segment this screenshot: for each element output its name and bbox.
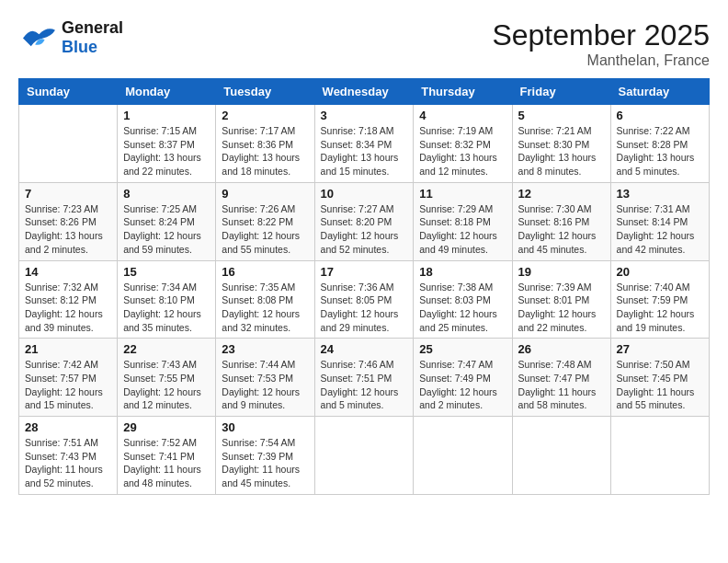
day-info: Sunrise: 7:34 AMSunset: 8:10 PMDaylight:… — [123, 281, 210, 335]
day-number: 7 — [25, 187, 111, 201]
day-number: 4 — [419, 109, 506, 122]
day-number: 17 — [321, 265, 408, 279]
calendar-cell: 14Sunrise: 7:32 AMSunset: 8:12 PMDayligh… — [19, 260, 118, 339]
day-info: Sunrise: 7:27 AMSunset: 8:20 PMDaylight:… — [321, 202, 408, 257]
day-info: Sunrise: 7:19 AMSunset: 8:32 PMDaylight:… — [419, 124, 506, 178]
weekday-header: Saturday — [610, 79, 709, 105]
day-number: 15 — [123, 265, 210, 279]
calendar-cell: 23Sunrise: 7:44 AMSunset: 7:53 PMDayligh… — [216, 339, 314, 417]
month-title: September 2025 — [492, 18, 710, 52]
logo-text-general: General — [62, 18, 123, 38]
calendar-cell: 7Sunrise: 7:23 AMSunset: 8:26 PMDaylight… — [19, 182, 118, 260]
calendar-cell: 8Sunrise: 7:25 AMSunset: 8:24 PMDaylight… — [118, 182, 216, 260]
calendar-cell: 19Sunrise: 7:39 AMSunset: 8:01 PMDayligh… — [512, 260, 610, 339]
weekday-header: Wednesday — [314, 79, 414, 105]
day-info: Sunrise: 7:25 AMSunset: 8:24 PMDaylight:… — [123, 202, 210, 257]
weekday-header: Sunday — [19, 79, 118, 105]
weekday-header: Friday — [512, 79, 610, 105]
day-number: 25 — [419, 342, 506, 356]
calendar-cell: 22Sunrise: 7:43 AMSunset: 7:55 PMDayligh… — [118, 339, 216, 417]
day-info: Sunrise: 7:30 AMSunset: 8:16 PMDaylight:… — [518, 202, 605, 257]
day-number: 23 — [222, 342, 308, 356]
day-number: 14 — [25, 265, 111, 279]
calendar-header-row: SundayMondayTuesdayWednesdayThursdayFrid… — [19, 79, 710, 105]
day-number: 29 — [123, 420, 210, 434]
calendar-cell: 21Sunrise: 7:42 AMSunset: 7:57 PMDayligh… — [19, 339, 118, 417]
weekday-header: Tuesday — [216, 79, 314, 105]
calendar-cell: 4Sunrise: 7:19 AMSunset: 8:32 PMDaylight… — [414, 105, 512, 183]
calendar-cell — [610, 417, 709, 495]
calendar-cell: 30Sunrise: 7:54 AMSunset: 7:39 PMDayligh… — [216, 417, 314, 495]
day-number: 3 — [321, 109, 408, 122]
calendar-week-row: 14Sunrise: 7:32 AMSunset: 8:12 PMDayligh… — [19, 260, 710, 339]
calendar-cell: 27Sunrise: 7:50 AMSunset: 7:45 PMDayligh… — [610, 339, 709, 417]
calendar-week-row: 21Sunrise: 7:42 AMSunset: 7:57 PMDayligh… — [19, 339, 710, 417]
day-number: 8 — [123, 187, 210, 201]
day-number: 10 — [321, 187, 408, 201]
day-info: Sunrise: 7:50 AMSunset: 7:45 PMDaylight:… — [617, 358, 703, 412]
calendar-cell: 3Sunrise: 7:18 AMSunset: 8:34 PMDaylight… — [314, 105, 414, 183]
day-info: Sunrise: 7:51 AMSunset: 7:43 PMDaylight:… — [25, 436, 111, 490]
title-block: September 2025 Manthelan, France — [492, 18, 710, 69]
logo-icon — [18, 22, 60, 54]
day-info: Sunrise: 7:22 AMSunset: 8:28 PMDaylight:… — [617, 124, 703, 178]
day-info: Sunrise: 7:15 AMSunset: 8:37 PMDaylight:… — [123, 124, 210, 178]
day-info: Sunrise: 7:54 AMSunset: 7:39 PMDaylight:… — [222, 436, 308, 490]
day-number: 19 — [518, 265, 605, 279]
day-info: Sunrise: 7:21 AMSunset: 8:30 PMDaylight:… — [518, 124, 605, 178]
calendar-cell — [19, 105, 118, 183]
day-number: 20 — [617, 265, 703, 279]
day-number: 27 — [617, 342, 703, 356]
day-info: Sunrise: 7:29 AMSunset: 8:18 PMDaylight:… — [419, 202, 506, 257]
calendar-cell: 5Sunrise: 7:21 AMSunset: 8:30 PMDaylight… — [512, 105, 610, 183]
calendar-cell: 9Sunrise: 7:26 AMSunset: 8:22 PMDaylight… — [216, 182, 314, 260]
calendar-cell: 11Sunrise: 7:29 AMSunset: 8:18 PMDayligh… — [414, 182, 512, 260]
calendar-cell: 12Sunrise: 7:30 AMSunset: 8:16 PMDayligh… — [512, 182, 610, 260]
calendar-cell: 1Sunrise: 7:15 AMSunset: 8:37 PMDaylight… — [118, 105, 216, 183]
calendar-week-row: 1Sunrise: 7:15 AMSunset: 8:37 PMDaylight… — [19, 105, 710, 183]
calendar-cell: 13Sunrise: 7:31 AMSunset: 8:14 PMDayligh… — [610, 182, 709, 260]
calendar-cell: 26Sunrise: 7:48 AMSunset: 7:47 PMDayligh… — [512, 339, 610, 417]
day-number: 5 — [518, 109, 605, 122]
day-number: 11 — [419, 187, 506, 201]
day-number: 22 — [123, 342, 210, 356]
weekday-header: Monday — [118, 79, 216, 105]
day-info: Sunrise: 7:52 AMSunset: 7:41 PMDaylight:… — [123, 436, 210, 490]
day-info: Sunrise: 7:47 AMSunset: 7:49 PMDaylight:… — [419, 358, 506, 412]
logo: General Blue — [18, 18, 123, 57]
day-info: Sunrise: 7:26 AMSunset: 8:22 PMDaylight:… — [222, 202, 308, 257]
day-number: 16 — [222, 265, 308, 279]
page-header: General Blue September 2025 Manthelan, F… — [18, 18, 710, 69]
calendar-cell: 25Sunrise: 7:47 AMSunset: 7:49 PMDayligh… — [414, 339, 512, 417]
day-number: 9 — [222, 187, 308, 201]
day-info: Sunrise: 7:44 AMSunset: 7:53 PMDaylight:… — [222, 358, 308, 412]
day-number: 21 — [25, 342, 111, 356]
day-info: Sunrise: 7:38 AMSunset: 8:03 PMDaylight:… — [419, 281, 506, 335]
calendar-cell: 20Sunrise: 7:40 AMSunset: 7:59 PMDayligh… — [610, 260, 709, 339]
calendar-cell: 29Sunrise: 7:52 AMSunset: 7:41 PMDayligh… — [118, 417, 216, 495]
day-info: Sunrise: 7:18 AMSunset: 8:34 PMDaylight:… — [321, 124, 408, 178]
day-info: Sunrise: 7:36 AMSunset: 8:05 PMDaylight:… — [321, 281, 408, 335]
calendar-week-row: 7Sunrise: 7:23 AMSunset: 8:26 PMDaylight… — [19, 182, 710, 260]
day-info: Sunrise: 7:39 AMSunset: 8:01 PMDaylight:… — [518, 281, 605, 335]
day-number: 28 — [25, 420, 111, 434]
day-number: 26 — [518, 342, 605, 356]
weekday-header: Thursday — [414, 79, 512, 105]
day-info: Sunrise: 7:17 AMSunset: 8:36 PMDaylight:… — [222, 124, 308, 178]
calendar-cell — [414, 417, 512, 495]
calendar-cell: 28Sunrise: 7:51 AMSunset: 7:43 PMDayligh… — [19, 417, 118, 495]
day-info: Sunrise: 7:43 AMSunset: 7:55 PMDaylight:… — [123, 358, 210, 412]
day-number: 13 — [617, 187, 703, 201]
day-info: Sunrise: 7:32 AMSunset: 8:12 PMDaylight:… — [25, 281, 111, 335]
day-number: 12 — [518, 187, 605, 201]
location: Manthelan, France — [492, 52, 710, 69]
calendar-week-row: 28Sunrise: 7:51 AMSunset: 7:43 PMDayligh… — [19, 417, 710, 495]
day-info: Sunrise: 7:42 AMSunset: 7:57 PMDaylight:… — [25, 358, 111, 412]
day-number: 18 — [419, 265, 506, 279]
day-number: 2 — [222, 109, 308, 122]
calendar-cell: 10Sunrise: 7:27 AMSunset: 8:20 PMDayligh… — [314, 182, 414, 260]
day-number: 6 — [617, 109, 703, 122]
day-info: Sunrise: 7:40 AMSunset: 7:59 PMDaylight:… — [617, 281, 703, 335]
day-number: 30 — [222, 420, 308, 434]
logo-text-blue: Blue — [62, 38, 123, 57]
